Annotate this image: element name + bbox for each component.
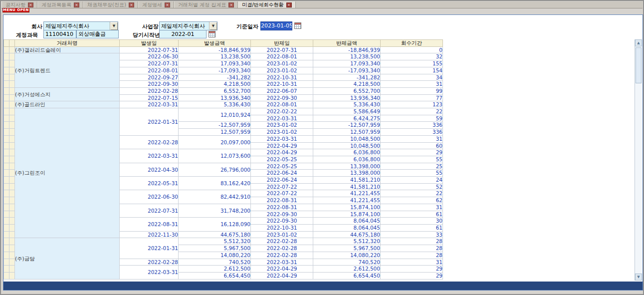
- occur-amount-cell[interactable]: -341,282: [179, 74, 251, 81]
- row-gutter-cell[interactable]: [9, 231, 15, 238]
- days-cell[interactable]: 28: [381, 245, 443, 252]
- settle-amount-cell[interactable]: -341,282: [313, 74, 381, 81]
- settle-amount-cell[interactable]: 13,936,340: [313, 94, 381, 101]
- scrollbar-thumb[interactable]: [636, 47, 642, 83]
- occur-amount-cell[interactable]: 20,097,000: [179, 135, 251, 149]
- settle-date-cell[interactable]: 2022-09-30: [251, 218, 313, 225]
- settle-amount-cell[interactable]: 10,048,500: [313, 135, 381, 142]
- row-gutter-cell[interactable]: [9, 211, 15, 218]
- calendar-icon[interactable]: [294, 22, 301, 29]
- settle-amount-cell[interactable]: 5,586,649: [313, 108, 381, 115]
- dropdown-arrow-icon[interactable]: ▼: [110, 22, 118, 30]
- settle-date-cell[interactable]: 2022-02-28: [251, 238, 313, 245]
- occur-date-cell[interactable]: 2022-08-01: [120, 67, 179, 74]
- row-gutter-cell[interactable]: [4, 218, 9, 225]
- settle-date-cell[interactable]: 2022-06-07: [251, 87, 313, 94]
- row-gutter-cell[interactable]: [9, 183, 15, 190]
- days-cell[interactable]: 29: [381, 272, 443, 279]
- settle-date-cell[interactable]: 2022-05-25: [251, 156, 313, 163]
- occur-amount-cell[interactable]: 12,073,600: [179, 149, 251, 163]
- row-gutter-cell[interactable]: [4, 163, 9, 170]
- days-cell[interactable]: 336: [381, 129, 443, 136]
- settle-amount-cell[interactable]: 4,218,500: [313, 81, 381, 88]
- settle-amount-cell[interactable]: 6,654,450: [313, 272, 381, 279]
- row-gutter-cell[interactable]: [4, 224, 9, 231]
- row-gutter-cell[interactable]: [9, 94, 15, 101]
- row-gutter-cell[interactable]: [9, 272, 15, 279]
- settle-date-cell[interactable]: 2022-02-28: [251, 245, 313, 252]
- row-gutter-cell[interactable]: [4, 81, 9, 88]
- row-gutter-cell[interactable]: [4, 252, 9, 259]
- settle-amount-cell[interactable]: 5,967,500: [313, 245, 381, 252]
- row-gutter-cell[interactable]: [4, 238, 9, 245]
- customer-cell[interactable]: (주)그린조이: [15, 108, 120, 238]
- row-gutter-cell[interactable]: [9, 53, 15, 60]
- row-gutter-cell[interactable]: [9, 135, 15, 142]
- settle-date-cell[interactable]: 2022-05-25: [251, 163, 313, 170]
- account-code-input[interactable]: 11100410: [43, 30, 76, 38]
- settle-date-cell[interactable]: 2022-03-31: [251, 135, 313, 142]
- settle-date-cell[interactable]: 2022-10-31: [251, 81, 313, 88]
- row-gutter-cell[interactable]: [4, 67, 9, 74]
- row-gutter-cell[interactable]: [9, 266, 15, 273]
- occur-date-cell[interactable]: 2022-09-30: [120, 81, 179, 88]
- days-cell[interactable]: 123: [381, 101, 443, 108]
- customer-cell[interactable]: (주)거림트렌드: [15, 53, 120, 88]
- days-cell[interactable]: 28: [381, 238, 443, 245]
- settle-amount-cell[interactable]: 15,874,100: [313, 204, 381, 211]
- days-cell[interactable]: 31: [381, 81, 443, 88]
- settle-amount-cell[interactable]: -12,507,959: [313, 122, 381, 129]
- occur-amount-cell[interactable]: 6,654,450: [179, 272, 251, 279]
- row-gutter-cell[interactable]: [9, 46, 15, 53]
- occur-date-cell[interactable]: 2022-02-28: [120, 87, 179, 94]
- settle-date-cell[interactable]: 2022-02-28: [251, 252, 313, 259]
- tab-close-icon[interactable]: ×: [228, 2, 234, 7]
- settle-date-cell[interactable]: 2023-01-02: [251, 129, 313, 136]
- settle-amount-cell[interactable]: 740,520: [313, 259, 381, 266]
- occur-date-cell[interactable]: 2022-03-31: [120, 101, 179, 108]
- scroll-up-icon[interactable]: ▲: [635, 39, 642, 46]
- row-gutter-cell[interactable]: [9, 218, 15, 225]
- occur-amount-cell[interactable]: 82,442,910: [179, 190, 251, 204]
- occur-amount-cell[interactable]: 5,336,430: [179, 101, 251, 108]
- row-gutter-cell[interactable]: [9, 156, 15, 163]
- days-cell[interactable]: 22: [381, 190, 443, 197]
- settle-date-cell[interactable]: 2022-08-31: [251, 204, 313, 211]
- occur-amount-cell[interactable]: 26,796,000: [179, 163, 251, 176]
- row-gutter-cell[interactable]: [4, 94, 9, 101]
- occur-amount-cell[interactable]: 6,552,700: [179, 87, 251, 94]
- days-cell[interactable]: 52: [381, 183, 443, 190]
- row-gutter-cell[interactable]: [9, 224, 15, 231]
- occur-date-cell[interactable]: 2022-01-31: [120, 238, 179, 259]
- occur-date-cell[interactable]: 2022-06-30: [120, 190, 179, 204]
- settle-date-cell[interactable]: 2022-08-01: [251, 101, 313, 108]
- customer-cell[interactable]: (주)거성에스지: [15, 87, 120, 101]
- settle-date-cell[interactable]: 2022-03-31: [251, 115, 313, 122]
- settle-date-cell[interactable]: 2022-03-31: [251, 259, 313, 266]
- scroll-down-icon[interactable]: ▼: [635, 274, 642, 281]
- row-gutter-cell[interactable]: [4, 183, 9, 190]
- occur-date-cell[interactable]: 2022-08-31: [120, 218, 179, 231]
- row-gutter-cell[interactable]: [9, 67, 15, 74]
- occur-amount-cell[interactable]: 17,093,340: [179, 60, 251, 67]
- occur-date-cell[interactable]: 2022-11-30: [120, 231, 179, 238]
- settle-amount-cell[interactable]: 6,424,275: [313, 115, 381, 122]
- settle-amount-cell[interactable]: 10,048,500: [313, 142, 381, 149]
- row-gutter-cell[interactable]: [9, 87, 15, 94]
- row-gutter-cell[interactable]: [9, 142, 15, 149]
- row-gutter-cell[interactable]: [4, 101, 9, 108]
- occur-date-cell[interactable]: 2022-01-31: [120, 108, 179, 136]
- occur-amount-cell[interactable]: -18,846,939: [179, 46, 251, 53]
- settle-amount-cell[interactable]: 13,398,000: [313, 170, 381, 177]
- row-gutter-cell[interactable]: [9, 122, 15, 129]
- settle-amount-cell[interactable]: 13,398,000: [313, 163, 381, 170]
- settle-date-cell[interactable]: 2022-06-24: [251, 170, 313, 177]
- days-cell[interactable]: 33: [381, 231, 443, 238]
- settle-date-cell[interactable]: 2022-04-29: [251, 142, 313, 149]
- row-gutter-cell[interactable]: [9, 115, 15, 122]
- occur-date-cell[interactable]: 2022-07-31: [120, 60, 179, 67]
- row-gutter-cell[interactable]: [4, 122, 9, 129]
- occur-amount-cell[interactable]: -17,093,340: [179, 67, 251, 74]
- occur-date-cell[interactable]: 2022-02-28: [120, 135, 179, 149]
- settle-amount-cell[interactable]: 44,675,180: [313, 231, 381, 238]
